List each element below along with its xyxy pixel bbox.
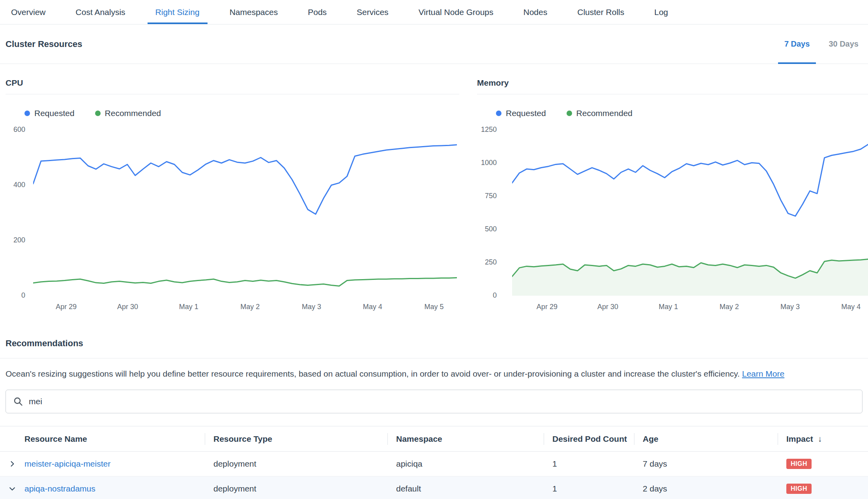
period-7-days[interactable]: 7 Days [775,24,819,64]
tab-virtual-node-groups[interactable]: Virtual Node Groups [411,0,501,24]
col-desired-pod-count[interactable]: Desired Pod Count [544,434,634,444]
col-namespace[interactable]: Namespace [387,434,544,444]
legend-label: Requested [506,109,546,118]
expand-row-button[interactable] [0,460,24,468]
cpu-chart-legend: Requested Recommended [6,109,459,118]
description-text: Ocean's resizing suggestions will help y… [6,369,740,378]
memory-chart-plot [512,130,868,296]
tab-log[interactable]: Log [646,0,676,24]
age-cell: 7 days [634,459,778,469]
cpu-chart-plot [33,130,457,296]
legend-item-requested[interactable]: Requested [24,109,75,118]
col-age[interactable]: Age [634,434,778,444]
namespace-cell: default [387,484,544,493]
legend-label: Requested [34,109,75,118]
recommended-dot-icon [95,111,101,116]
impact-high-badge: HIGH [786,484,812,494]
sort-descending-icon[interactable]: ↓ [818,434,822,444]
cpu-x-axis-labels: Apr 29Apr 30May 1May 2May 3May 4May 5 [33,303,457,315]
search-input[interactable] [29,397,855,406]
desired-pod-count-cell: 1 [544,484,634,493]
legend-item-recommended[interactable]: Recommended [95,109,161,118]
resource-name-link[interactable]: meister-apiciqa-meister [24,459,110,469]
period-30-days[interactable]: 30 Days [819,24,868,64]
legend-label: Recommended [576,109,632,118]
cpu-chart-title: CPU [6,64,459,94]
resource-name-cell: apiqa-nostradamus [0,484,205,493]
memory-x-axis-labels: Apr 29Apr 30May 1May 2May 3May 4 [512,303,868,315]
legend-label: Recommended [105,109,161,118]
impact-cell: HIGH [778,459,868,469]
table-header-row: Resource Name Resource Type Namespace De… [0,426,868,452]
requested-dot-icon [496,111,501,116]
charts-row: CPU Requested Recommended 0200400600 Apr… [0,64,868,321]
col-impact[interactable]: Impact ↓ [778,434,868,444]
recommended-dot-icon [567,111,572,116]
tab-right-sizing[interactable]: Right Sizing [148,0,208,24]
collapse-row-button[interactable] [0,485,24,493]
resource-type-cell: deployment [205,459,387,469]
period-toggle: 7 Days 30 Days [775,24,868,64]
tab-nodes[interactable]: Nodes [516,0,556,24]
col-resource-type[interactable]: Resource Type [205,434,387,444]
table-row: meister-apiciqa-meister deployment apici… [0,452,868,476]
learn-more-link[interactable]: Learn More [742,369,784,378]
memory-chart-title: Memory [477,64,868,94]
recommendations-title: Recommendations [6,338,862,349]
chevron-right-icon [8,460,16,468]
col-resource-name[interactable]: Resource Name [0,434,205,444]
desired-pod-count-cell: 1 [544,459,634,469]
requested-dot-icon [24,111,30,116]
cluster-resources-header: Cluster Resources 7 Days 30 Days [0,24,868,64]
memory-chart-legend: Requested Recommended [477,109,868,118]
tab-cost-analysis[interactable]: Cost Analysis [68,0,133,24]
resource-type-cell: deployment [205,484,387,493]
section-title: Cluster Resources [6,39,82,49]
legend-item-requested[interactable]: Requested [496,109,546,118]
recommendations-table: Resource Name Resource Type Namespace De… [0,426,868,499]
tab-services[interactable]: Services [349,0,397,24]
impact-high-badge: HIGH [786,459,812,469]
impact-cell: HIGH [778,484,868,494]
chevron-down-icon [8,485,16,493]
table-row: apiqa-nostradamus deployment default 1 2… [0,476,868,499]
impact-header-label: Impact [786,434,813,444]
memory-plot-area: 025050075010001250 Apr 29Apr 30May 1May … [477,128,868,321]
tab-overview[interactable]: Overview [3,0,54,24]
tab-namespaces[interactable]: Namespaces [222,0,286,24]
cpu-chart: CPU Requested Recommended 0200400600 Apr… [6,64,459,321]
resource-name-cell: meister-apiciqa-meister [0,459,205,469]
search-box [6,390,862,413]
namespace-cell: apiciqa [387,459,544,469]
search-icon [13,396,23,407]
legend-item-recommended[interactable]: Recommended [567,109,632,118]
recommendations-description: Ocean's resizing suggestions will help y… [6,368,862,379]
cpu-y-axis-labels: 0200400600 [6,128,25,321]
recommendations-header: Recommendations [0,338,868,358]
memory-y-axis-labels: 025050075010001250 [477,128,497,321]
resource-name-link[interactable]: apiqa-nostradamus [24,484,95,493]
tab-pods[interactable]: Pods [300,0,335,24]
age-cell: 2 days [634,484,778,493]
tab-cluster-rolls[interactable]: Cluster Rolls [569,0,632,24]
cpu-plot-area: 0200400600 Apr 29Apr 30May 1May 2May 3Ma… [6,128,459,321]
memory-chart: Memory Requested Recommended 02505007501… [477,64,868,321]
top-tab-bar: Overview Cost Analysis Right Sizing Name… [0,0,868,24]
